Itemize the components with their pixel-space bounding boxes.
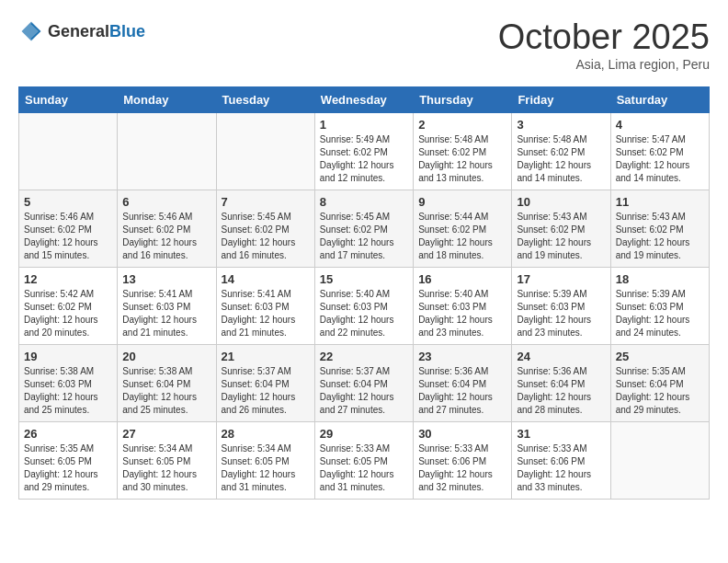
- day-info: Sunrise: 5:40 AM Sunset: 6:03 PM Dayligh…: [418, 288, 506, 339]
- day-info: Sunrise: 5:33 AM Sunset: 6:06 PM Dayligh…: [517, 442, 605, 494]
- day-number: 13: [122, 272, 210, 286]
- day-number: 3: [517, 118, 605, 132]
- day-number: 10: [517, 195, 605, 209]
- day-info: Sunrise: 5:46 AM Sunset: 6:02 PM Dayligh…: [24, 211, 112, 262]
- day-number: 23: [418, 350, 506, 363]
- day-info: Sunrise: 5:33 AM Sunset: 6:06 PM Dayligh…: [418, 442, 506, 494]
- calendar-cell: 10Sunrise: 5:43 AM Sunset: 6:02 PM Dayli…: [512, 190, 610, 267]
- calendar-cell: 14Sunrise: 5:41 AM Sunset: 6:03 PM Dayli…: [216, 267, 314, 344]
- logo-text-general: General: [48, 22, 109, 41]
- day-number: 17: [517, 272, 605, 286]
- day-info: Sunrise: 5:35 AM Sunset: 6:05 PM Dayligh…: [24, 442, 112, 494]
- day-info: Sunrise: 5:45 AM Sunset: 6:02 PM Dayligh…: [222, 211, 310, 262]
- day-number: 1: [320, 118, 408, 132]
- calendar-cell: 3Sunrise: 5:48 AM Sunset: 6:02 PM Daylig…: [512, 112, 610, 190]
- day-info: Sunrise: 5:48 AM Sunset: 6:02 PM Dayligh…: [517, 133, 605, 185]
- day-number: 15: [320, 272, 408, 286]
- calendar-cell: 18Sunrise: 5:39 AM Sunset: 6:03 PM Dayli…: [610, 267, 709, 344]
- calendar-week-row: 1Sunrise: 5:49 AM Sunset: 6:02 PM Daylig…: [19, 112, 710, 190]
- calendar-cell: 6Sunrise: 5:46 AM Sunset: 6:02 PM Daylig…: [118, 190, 216, 267]
- day-info: Sunrise: 5:43 AM Sunset: 6:02 PM Dayligh…: [517, 211, 605, 262]
- calendar-cell: 27Sunrise: 5:34 AM Sunset: 6:05 PM Dayli…: [118, 421, 216, 499]
- calendar-cell: 5Sunrise: 5:46 AM Sunset: 6:02 PM Daylig…: [19, 190, 118, 267]
- day-info: Sunrise: 5:39 AM Sunset: 6:03 PM Dayligh…: [517, 288, 605, 339]
- day-info: Sunrise: 5:40 AM Sunset: 6:03 PM Dayligh…: [320, 288, 408, 339]
- day-number: 18: [616, 272, 704, 286]
- day-number: 29: [320, 427, 408, 441]
- logo-text-blue: Blue: [109, 22, 145, 41]
- day-info: Sunrise: 5:38 AM Sunset: 6:04 PM Dayligh…: [122, 365, 210, 417]
- subtitle: Asia, Lima region, Peru: [498, 57, 710, 72]
- day-info: Sunrise: 5:46 AM Sunset: 6:02 PM Dayligh…: [122, 211, 210, 262]
- calendar-cell: [19, 112, 118, 190]
- day-number: 12: [24, 272, 112, 286]
- day-number: 9: [418, 195, 506, 209]
- calendar-cell: 25Sunrise: 5:35 AM Sunset: 6:04 PM Dayli…: [610, 344, 709, 421]
- weekday-header-friday: Friday: [512, 86, 610, 112]
- calendar-cell: 23Sunrise: 5:36 AM Sunset: 6:04 PM Dayli…: [414, 344, 512, 421]
- day-info: Sunrise: 5:44 AM Sunset: 6:02 PM Dayligh…: [418, 211, 506, 262]
- day-info: Sunrise: 5:33 AM Sunset: 6:05 PM Dayligh…: [320, 442, 408, 494]
- day-info: Sunrise: 5:34 AM Sunset: 6:05 PM Dayligh…: [222, 442, 310, 494]
- calendar-cell: 15Sunrise: 5:40 AM Sunset: 6:03 PM Dayli…: [314, 267, 413, 344]
- calendar-cell: 20Sunrise: 5:38 AM Sunset: 6:04 PM Dayli…: [118, 344, 216, 421]
- calendar-cell: 8Sunrise: 5:45 AM Sunset: 6:02 PM Daylig…: [314, 190, 413, 267]
- day-number: 27: [122, 427, 210, 441]
- day-number: 8: [320, 195, 408, 209]
- calendar-week-row: 12Sunrise: 5:42 AM Sunset: 6:02 PM Dayli…: [19, 267, 710, 344]
- logo-icon: [18, 18, 44, 44]
- calendar-cell: 1Sunrise: 5:49 AM Sunset: 6:02 PM Daylig…: [314, 112, 413, 190]
- title-area: October 2025 Asia, Lima region, Peru: [498, 18, 710, 72]
- calendar-table: SundayMondayTuesdayWednesdayThursdayFrid…: [18, 86, 710, 500]
- day-number: 30: [418, 427, 506, 441]
- calendar-week-row: 26Sunrise: 5:35 AM Sunset: 6:05 PM Dayli…: [19, 421, 710, 499]
- weekday-header-row: SundayMondayTuesdayWednesdayThursdayFrid…: [19, 86, 710, 112]
- calendar-cell: 31Sunrise: 5:33 AM Sunset: 6:06 PM Dayli…: [512, 421, 610, 499]
- day-info: Sunrise: 5:41 AM Sunset: 6:03 PM Dayligh…: [222, 288, 310, 339]
- day-number: 25: [616, 350, 704, 363]
- day-number: 4: [616, 118, 704, 132]
- calendar-cell: 9Sunrise: 5:44 AM Sunset: 6:02 PM Daylig…: [414, 190, 512, 267]
- day-number: 26: [24, 427, 112, 441]
- day-info: Sunrise: 5:48 AM Sunset: 6:02 PM Dayligh…: [418, 133, 506, 185]
- calendar-cell: 29Sunrise: 5:33 AM Sunset: 6:05 PM Dayli…: [314, 421, 413, 499]
- calendar-cell: 7Sunrise: 5:45 AM Sunset: 6:02 PM Daylig…: [216, 190, 314, 267]
- day-number: 22: [320, 350, 408, 363]
- calendar-cell: 19Sunrise: 5:38 AM Sunset: 6:03 PM Dayli…: [19, 344, 118, 421]
- day-info: Sunrise: 5:37 AM Sunset: 6:04 PM Dayligh…: [320, 365, 408, 417]
- weekday-header-saturday: Saturday: [610, 86, 709, 112]
- calendar-cell: 24Sunrise: 5:36 AM Sunset: 6:04 PM Dayli…: [512, 344, 610, 421]
- weekday-header-tuesday: Tuesday: [216, 86, 314, 112]
- day-number: 14: [222, 272, 310, 286]
- calendar-cell: 30Sunrise: 5:33 AM Sunset: 6:06 PM Dayli…: [414, 421, 512, 499]
- day-number: 20: [122, 350, 210, 363]
- day-number: 2: [418, 118, 506, 132]
- calendar-cell: 17Sunrise: 5:39 AM Sunset: 6:03 PM Dayli…: [512, 267, 610, 344]
- day-info: Sunrise: 5:35 AM Sunset: 6:04 PM Dayligh…: [616, 365, 704, 417]
- day-number: 24: [517, 350, 605, 363]
- day-info: Sunrise: 5:45 AM Sunset: 6:02 PM Dayligh…: [320, 211, 408, 262]
- calendar-cell: 22Sunrise: 5:37 AM Sunset: 6:04 PM Dayli…: [314, 344, 413, 421]
- day-number: 28: [222, 427, 310, 441]
- day-info: Sunrise: 5:37 AM Sunset: 6:04 PM Dayligh…: [222, 365, 310, 417]
- calendar-cell: [216, 112, 314, 190]
- calendar-cell: 2Sunrise: 5:48 AM Sunset: 6:02 PM Daylig…: [414, 112, 512, 190]
- day-info: Sunrise: 5:47 AM Sunset: 6:02 PM Dayligh…: [616, 133, 704, 185]
- day-number: 5: [24, 195, 112, 209]
- month-title: October 2025: [498, 18, 710, 57]
- day-info: Sunrise: 5:43 AM Sunset: 6:02 PM Dayligh…: [616, 211, 704, 262]
- day-number: 11: [616, 195, 704, 209]
- day-info: Sunrise: 5:39 AM Sunset: 6:03 PM Dayligh…: [616, 288, 704, 339]
- weekday-header-sunday: Sunday: [19, 86, 118, 112]
- calendar-cell: [610, 421, 709, 499]
- calendar-week-row: 5Sunrise: 5:46 AM Sunset: 6:02 PM Daylig…: [19, 190, 710, 267]
- day-number: 31: [517, 427, 605, 441]
- day-info: Sunrise: 5:38 AM Sunset: 6:03 PM Dayligh…: [24, 365, 112, 417]
- page-header: General Blue October 2025 Asia, Lima reg…: [18, 18, 710, 72]
- day-info: Sunrise: 5:36 AM Sunset: 6:04 PM Dayligh…: [517, 365, 605, 417]
- day-number: 21: [222, 350, 310, 363]
- day-number: 19: [24, 350, 112, 363]
- calendar-cell: 4Sunrise: 5:47 AM Sunset: 6:02 PM Daylig…: [610, 112, 709, 190]
- weekday-header-monday: Monday: [118, 86, 216, 112]
- day-info: Sunrise: 5:42 AM Sunset: 6:02 PM Dayligh…: [24, 288, 112, 339]
